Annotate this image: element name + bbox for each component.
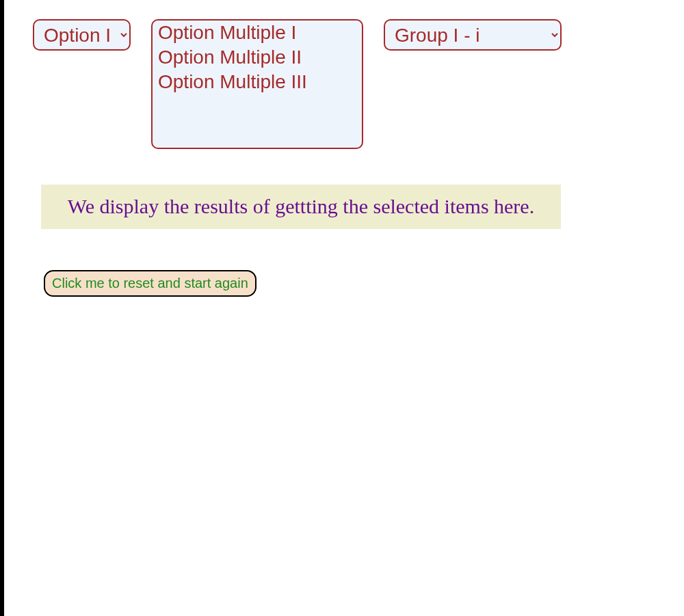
selects-row: Option I Option Multiple I Option Multip…: [33, 19, 562, 149]
results-display: We display the results of gettting the s…: [41, 185, 561, 229]
multiple-option-item[interactable]: Option Multiple II: [157, 45, 358, 70]
multiple-option-item[interactable]: Option Multiple I: [157, 21, 358, 45]
group-option-select[interactable]: Group I - i: [384, 19, 562, 51]
multiple-option-select[interactable]: Option Multiple I Option Multiple II Opt…: [151, 19, 363, 149]
multiple-option-item[interactable]: Option Multiple III: [157, 70, 358, 94]
single-option-select[interactable]: Option I: [33, 19, 131, 51]
left-edge-strip: [0, 0, 4, 616]
reset-button[interactable]: Click me to reset and start again: [44, 270, 256, 297]
